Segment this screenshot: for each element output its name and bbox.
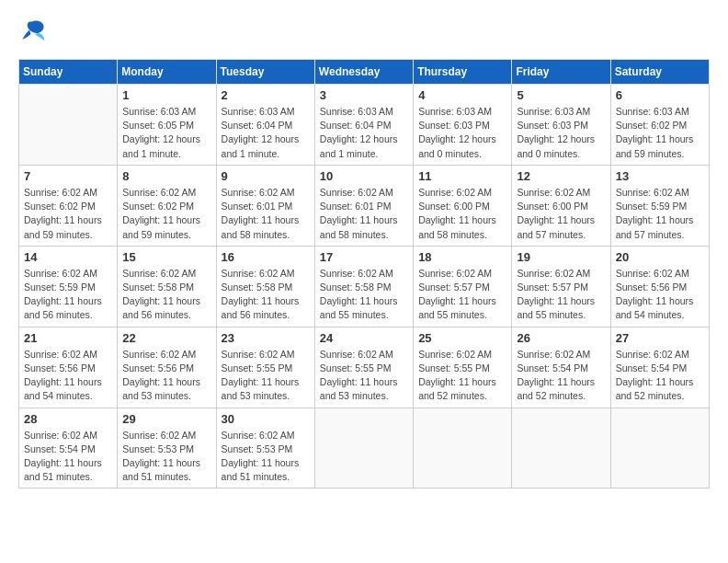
calendar-header-row: Sunday Monday Tuesday Wednesday Thursday… [19, 60, 710, 85]
day-info: Sunrise: 6:02 AM Sunset: 6:02 PM Dayligh… [122, 186, 210, 242]
day-info: Sunrise: 6:02 AM Sunset: 5:53 PM Dayligh… [222, 429, 310, 485]
day-number: 22 [122, 331, 210, 345]
day-number: 5 [517, 88, 605, 102]
day-info: Sunrise: 6:02 AM Sunset: 5:56 PM Dayligh… [24, 348, 112, 404]
day-number: 8 [122, 169, 210, 183]
day-number: 16 [222, 250, 310, 264]
day-info: Sunrise: 6:02 AM Sunset: 5:58 PM Dayligh… [122, 267, 210, 323]
cell-w4-d1: 22Sunrise: 6:02 AM Sunset: 5:56 PM Dayli… [118, 327, 216, 408]
cell-w3-d4: 18Sunrise: 6:02 AM Sunset: 5:57 PM Dayli… [414, 246, 512, 327]
col-wednesday: Wednesday [314, 60, 413, 85]
day-info: Sunrise: 6:02 AM Sunset: 6:00 PM Dayligh… [418, 186, 506, 242]
day-number: 10 [320, 169, 408, 183]
cell-w2-d6: 13Sunrise: 6:02 AM Sunset: 5:59 PM Dayli… [610, 165, 709, 246]
day-number: 2 [222, 88, 310, 102]
cell-w5-d1: 29Sunrise: 6:02 AM Sunset: 5:53 PM Dayli… [118, 408, 216, 488]
col-tuesday: Tuesday [216, 60, 314, 85]
cell-w1-d3: 3Sunrise: 6:03 AM Sunset: 6:04 PM Daylig… [314, 85, 413, 166]
cell-w3-d2: 16Sunrise: 6:02 AM Sunset: 5:58 PM Dayli… [216, 246, 314, 327]
day-info: Sunrise: 6:02 AM Sunset: 5:54 PM Dayligh… [24, 429, 112, 485]
cell-w5-d0: 28Sunrise: 6:02 AM Sunset: 5:54 PM Dayli… [19, 408, 118, 488]
cell-w4-d4: 25Sunrise: 6:02 AM Sunset: 5:55 PM Dayli… [414, 327, 512, 408]
cell-w1-d0 [19, 85, 118, 166]
day-number: 15 [122, 250, 210, 264]
day-info: Sunrise: 6:02 AM Sunset: 5:56 PM Dayligh… [616, 267, 704, 323]
cell-w5-d6 [610, 408, 709, 488]
day-number: 17 [320, 250, 408, 264]
cell-w3-d6: 20Sunrise: 6:02 AM Sunset: 5:56 PM Dayli… [610, 246, 709, 327]
day-number: 3 [320, 88, 408, 102]
cell-w4-d3: 24Sunrise: 6:02 AM Sunset: 5:55 PM Dayli… [314, 327, 413, 408]
day-number: 19 [517, 250, 605, 264]
day-info: Sunrise: 6:02 AM Sunset: 5:58 PM Dayligh… [320, 267, 408, 323]
logo-icon [18, 18, 46, 44]
day-info: Sunrise: 6:02 AM Sunset: 5:57 PM Dayligh… [517, 267, 605, 323]
day-info: Sunrise: 6:03 AM Sunset: 6:02 PM Dayligh… [616, 105, 704, 161]
week-row-1: 1Sunrise: 6:03 AM Sunset: 6:05 PM Daylig… [19, 85, 710, 166]
calendar-table: Sunday Monday Tuesday Wednesday Thursday… [18, 59, 710, 488]
day-number: 21 [24, 331, 112, 345]
day-info: Sunrise: 6:02 AM Sunset: 5:55 PM Dayligh… [222, 348, 310, 404]
day-info: Sunrise: 6:02 AM Sunset: 5:58 PM Dayligh… [222, 267, 310, 323]
week-row-3: 14Sunrise: 6:02 AM Sunset: 5:59 PM Dayli… [19, 246, 710, 327]
day-number: 7 [24, 169, 112, 183]
cell-w2-d5: 12Sunrise: 6:02 AM Sunset: 6:00 PM Dayli… [512, 165, 610, 246]
cell-w3-d0: 14Sunrise: 6:02 AM Sunset: 5:59 PM Dayli… [19, 246, 118, 327]
day-info: Sunrise: 6:02 AM Sunset: 6:02 PM Dayligh… [24, 186, 112, 242]
cell-w4-d2: 23Sunrise: 6:02 AM Sunset: 5:55 PM Dayli… [216, 327, 314, 408]
cell-w2-d2: 9Sunrise: 6:02 AM Sunset: 6:01 PM Daylig… [216, 165, 314, 246]
day-info: Sunrise: 6:02 AM Sunset: 5:55 PM Dayligh… [418, 348, 506, 404]
day-number: 20 [616, 250, 704, 264]
cell-w1-d6: 6Sunrise: 6:03 AM Sunset: 6:02 PM Daylig… [610, 85, 709, 166]
cell-w1-d1: 1Sunrise: 6:03 AM Sunset: 6:05 PM Daylig… [118, 85, 216, 166]
cell-w5-d4 [414, 408, 512, 488]
day-number: 25 [418, 331, 506, 345]
day-number: 28 [24, 412, 112, 426]
cell-w2-d4: 11Sunrise: 6:02 AM Sunset: 6:00 PM Dayli… [414, 165, 512, 246]
cell-w4-d0: 21Sunrise: 6:02 AM Sunset: 5:56 PM Dayli… [19, 327, 118, 408]
col-saturday: Saturday [610, 60, 709, 85]
day-number: 18 [418, 250, 506, 264]
cell-w2-d0: 7Sunrise: 6:02 AM Sunset: 6:02 PM Daylig… [19, 165, 118, 246]
cell-w4-d5: 26Sunrise: 6:02 AM Sunset: 5:54 PM Dayli… [512, 327, 610, 408]
day-info: Sunrise: 6:02 AM Sunset: 5:56 PM Dayligh… [122, 348, 210, 404]
cell-w3-d3: 17Sunrise: 6:02 AM Sunset: 5:58 PM Dayli… [314, 246, 413, 327]
col-thursday: Thursday [414, 60, 512, 85]
day-info: Sunrise: 6:03 AM Sunset: 6:05 PM Dayligh… [122, 105, 210, 161]
day-info: Sunrise: 6:03 AM Sunset: 6:04 PM Dayligh… [320, 105, 408, 161]
day-info: Sunrise: 6:02 AM Sunset: 5:53 PM Dayligh… [122, 429, 210, 485]
day-info: Sunrise: 6:02 AM Sunset: 6:01 PM Dayligh… [222, 186, 310, 242]
cell-w5-d3 [314, 408, 413, 488]
cell-w4-d6: 27Sunrise: 6:02 AM Sunset: 5:54 PM Dayli… [610, 327, 709, 408]
day-number: 6 [616, 88, 704, 102]
day-info: Sunrise: 6:03 AM Sunset: 6:03 PM Dayligh… [418, 105, 506, 161]
week-row-2: 7Sunrise: 6:02 AM Sunset: 6:02 PM Daylig… [19, 165, 710, 246]
day-info: Sunrise: 6:02 AM Sunset: 5:55 PM Dayligh… [320, 348, 408, 404]
cell-w1-d2: 2Sunrise: 6:03 AM Sunset: 6:04 PM Daylig… [216, 85, 314, 166]
day-number: 9 [222, 169, 310, 183]
cell-w1-d5: 5Sunrise: 6:03 AM Sunset: 6:03 PM Daylig… [512, 85, 610, 166]
day-info: Sunrise: 6:02 AM Sunset: 5:54 PM Dayligh… [616, 348, 704, 404]
day-number: 1 [122, 88, 210, 102]
day-info: Sunrise: 6:02 AM Sunset: 6:00 PM Dayligh… [517, 186, 605, 242]
cell-w3-d1: 15Sunrise: 6:02 AM Sunset: 5:58 PM Dayli… [118, 246, 216, 327]
cell-w3-d5: 19Sunrise: 6:02 AM Sunset: 5:57 PM Dayli… [512, 246, 610, 327]
day-info: Sunrise: 6:02 AM Sunset: 5:59 PM Dayligh… [24, 267, 112, 323]
day-info: Sunrise: 6:02 AM Sunset: 5:59 PM Dayligh… [616, 186, 704, 242]
day-number: 14 [24, 250, 112, 264]
cell-w2-d1: 8Sunrise: 6:02 AM Sunset: 6:02 PM Daylig… [118, 165, 216, 246]
day-number: 30 [222, 412, 310, 426]
day-number: 13 [616, 169, 704, 183]
day-number: 29 [122, 412, 210, 426]
cell-w1-d4: 4Sunrise: 6:03 AM Sunset: 6:03 PM Daylig… [414, 85, 512, 166]
cell-w5-d2: 30Sunrise: 6:02 AM Sunset: 5:53 PM Dayli… [216, 408, 314, 488]
day-number: 23 [222, 331, 310, 345]
col-sunday: Sunday [19, 60, 118, 85]
cell-w5-d5 [512, 408, 610, 488]
day-number: 27 [616, 331, 704, 345]
day-number: 11 [418, 169, 506, 183]
day-info: Sunrise: 6:02 AM Sunset: 5:54 PM Dayligh… [517, 348, 605, 404]
week-row-4: 21Sunrise: 6:02 AM Sunset: 5:56 PM Dayli… [19, 327, 710, 408]
day-info: Sunrise: 6:02 AM Sunset: 6:01 PM Dayligh… [320, 186, 408, 242]
cell-w2-d3: 10Sunrise: 6:02 AM Sunset: 6:01 PM Dayli… [314, 165, 413, 246]
